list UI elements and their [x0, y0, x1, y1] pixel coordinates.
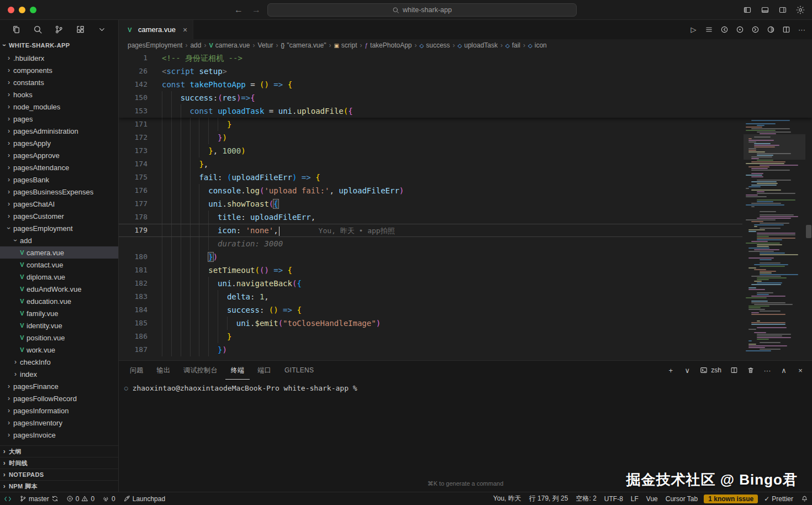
toggle-secondary-sidebar-icon[interactable] [776, 3, 790, 17]
tree-item-pagesInvoice[interactable]: ›pagesInvoice [0, 429, 118, 441]
gitlens-next-change-icon[interactable] [748, 23, 762, 36]
code-line[interactable]: 185uni.$emit("toCloseHandleImage") [119, 317, 812, 330]
close-window-button[interactable] [8, 7, 14, 13]
notifications-bell-icon[interactable] [797, 492, 812, 505]
code-line[interactable]: duration: 3000 [119, 237, 812, 250]
tab-camera-vue[interactable]: V camera.vue × [119, 20, 193, 39]
scrollbar-thumb[interactable] [806, 225, 811, 238]
tree-item-pages[interactable]: ›pages [0, 113, 118, 125]
tree-item-.hbuilderx[interactable]: ›.hbuilderx [0, 52, 118, 64]
tree-item-work.vue[interactable]: Vwork.vue [0, 344, 118, 356]
tree-item-pagesInformation[interactable]: ›pagesInformation [0, 404, 118, 417]
code-line[interactable]: 184success: () => { [119, 303, 812, 317]
ports-item[interactable]: 0 [98, 492, 119, 505]
extensions-icon[interactable] [72, 22, 89, 37]
git-branch-item[interactable]: master [15, 492, 62, 505]
open-changes-icon[interactable] [764, 23, 778, 36]
gitlens-prev-change-icon[interactable] [718, 23, 731, 36]
minimize-window-button[interactable] [19, 7, 25, 13]
tree-item-hooks[interactable]: ›hooks [0, 88, 118, 101]
indentation-item[interactable]: 空格: 2 [572, 492, 600, 505]
breadcrumb-item-success[interactable]: ◇success [420, 41, 450, 49]
breadcrumb-item-cameravue[interactable]: {}"camera.vue" [281, 41, 326, 49]
kill-terminal-icon[interactable] [745, 364, 757, 376]
code-line[interactable]: 176console.log('upload fail:', uploadFil… [119, 184, 812, 197]
editor[interactable]: 1<!-- 身份证相机 -->26<script setup>142const … [119, 51, 812, 360]
terminal-tab-zsh[interactable]: zsh [698, 366, 724, 374]
breadcrumb-item-icon[interactable]: ◇icon [528, 41, 547, 49]
tree-item-pagesAttendance[interactable]: ›pagesAttendance [0, 161, 118, 173]
tree-item-pagesApply[interactable]: ›pagesApply [0, 137, 118, 149]
tree-item-index[interactable]: ›index [0, 368, 118, 380]
more-actions-icon[interactable]: ··· [795, 23, 809, 36]
tree-item-pagesChatAI[interactable]: ›pagesChatAI [0, 198, 118, 210]
cursor-position-item[interactable]: 行 179, 列 25 [525, 492, 572, 505]
source-control-icon[interactable] [51, 22, 67, 37]
tree-item-camera.vue[interactable]: Vcamera.vue [0, 246, 118, 259]
code-line[interactable]: 150success:(res)=>{ [119, 91, 812, 104]
formatter-item[interactable]: ✓ Prettier [760, 492, 797, 505]
panel-tab-调试控制台[interactable]: 调试控制台 [178, 361, 223, 380]
outline-list-icon[interactable] [702, 23, 716, 36]
split-terminal-icon[interactable] [728, 364, 740, 376]
tree-item-components[interactable]: ›components [0, 64, 118, 76]
toggle-panel-icon[interactable] [758, 3, 772, 17]
tree-item-contact.vue[interactable]: Vcontact.vue [0, 259, 118, 271]
breadcrumb-item-pagesEmployment[interactable]: pagesEmployment [128, 41, 182, 49]
toggle-sidebar-icon[interactable] [740, 3, 755, 17]
code-line[interactable]: 177uni.showToast({ [119, 197, 812, 211]
tree-item-pagesApprove[interactable]: ›pagesApprove [0, 149, 118, 161]
code-line[interactable]: 178title: uploadFileErr, [119, 211, 812, 224]
code-line[interactable]: 1<!-- 身份证相机 --> [119, 51, 812, 65]
close-panel-icon[interactable]: × [794, 364, 806, 376]
tree-item-identity.vue[interactable]: Videntity.vue [0, 319, 118, 332]
tree-item-pagesBank[interactable]: ›pagesBank [0, 173, 118, 186]
code-line[interactable]: 171} [119, 118, 812, 131]
tree-item-pagesBusinessExpenses[interactable]: ›pagesBusinessExpenses [0, 186, 118, 198]
code-line[interactable]: 180}) [119, 250, 812, 264]
panel-tab-终端[interactable]: 终端 [225, 361, 250, 380]
code-line[interactable]: 183delta: 1, [119, 290, 812, 303]
language-mode-item[interactable]: Vue [642, 492, 662, 505]
code-line[interactable]: 26<script setup> [119, 65, 812, 78]
more-views-chevron-icon[interactable] [94, 22, 110, 37]
known-issue-badge[interactable]: 1 known issue [704, 495, 758, 503]
launchpad-item[interactable]: Launchpad [119, 492, 169, 505]
code-line[interactable]: 172}) [119, 131, 812, 144]
tree-item-pagesAdministration[interactable]: ›pagesAdministration [0, 125, 118, 137]
command-center-search[interactable]: white-shark-app [267, 3, 577, 17]
code-line[interactable]: 179icon: 'none',You, 昨天 • app拍照 [119, 224, 812, 237]
tree-item-checkInfo[interactable]: ›checkInfo [0, 356, 118, 368]
panel-tab-GITLENS[interactable]: GITLENS [279, 361, 319, 380]
split-editor-icon[interactable] [779, 23, 793, 36]
tree-item-family.vue[interactable]: Vfamily.vue [0, 307, 118, 319]
explorer-section-header[interactable]: › WHITE-SHARK-APP [0, 39, 118, 52]
breadcrumb-item-cameravue[interactable]: Vcamera.vue [209, 41, 250, 49]
code-line[interactable]: 187}) [119, 343, 812, 356]
code-line[interactable]: 153const uploadTask = uni.uploadFile({ [119, 104, 812, 118]
code-line[interactable]: 142const takePhotoApp = () => { [119, 78, 812, 91]
code-line[interactable]: 182uni.navigateBack({ [119, 277, 812, 290]
breadcrumb-item-add[interactable]: add [190, 41, 201, 49]
problems-item[interactable]: 0 0 [62, 492, 98, 505]
maximize-panel-icon[interactable]: ∧ [778, 364, 790, 376]
tree-item-pagesFollowRecord[interactable]: ›pagesFollowRecord [0, 392, 118, 404]
tree-item-diploma.vue[interactable]: Vdiploma.vue [0, 271, 118, 283]
panel-tab-端口[interactable]: 端口 [252, 361, 277, 380]
terminal-profile-chevron-icon[interactable]: ∨ [681, 364, 693, 376]
tree-item-position.vue[interactable]: Vposition.vue [0, 332, 118, 344]
tree-item-pagesInventory[interactable]: ›pagesInventory [0, 417, 118, 429]
panel-tab-问题[interactable]: 问题 [124, 361, 149, 380]
history-forward-button[interactable]: → [252, 5, 261, 15]
tree-item-constants[interactable]: ›constants [0, 76, 118, 88]
zoom-window-button[interactable] [30, 7, 36, 13]
sidebar-section-NPM 脚本[interactable]: ›NPM 脚本 [0, 480, 118, 492]
remote-indicator[interactable] [0, 492, 15, 505]
tree-item-pagesEmployment[interactable]: ›pagesEmployment [0, 222, 118, 234]
tree-item-node_modules[interactable]: ›node_modules [0, 101, 118, 113]
panel-tab-输出[interactable]: 输出 [151, 361, 176, 380]
tree-item-education.vue[interactable]: Veducation.vue [0, 295, 118, 307]
settings-gear-icon[interactable] [793, 3, 808, 17]
panel-more-icon[interactable]: ··· [761, 364, 773, 376]
run-file-button[interactable]: ▷ [687, 23, 700, 36]
